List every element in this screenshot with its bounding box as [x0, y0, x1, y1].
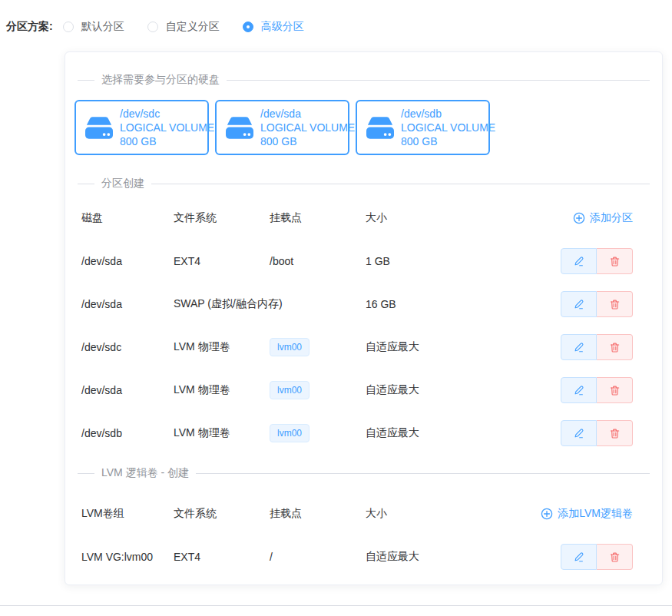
cell-size: 16 GB [366, 298, 560, 310]
edit-partition-button[interactable] [561, 291, 597, 317]
cell-filesystem: LVM 物理卷 [174, 340, 270, 354]
header-vg: LVM卷组 [81, 507, 174, 521]
radio-icon[interactable] [63, 22, 74, 32]
lvm-group-tag: lvm00 [270, 424, 310, 442]
circle-plus-icon [573, 212, 585, 224]
trash-icon [609, 256, 621, 267]
radio-advanced-partition[interactable]: 高级分区 [243, 20, 304, 34]
disk-type: LOGICAL VOLUME [120, 121, 214, 134]
disk-device: /dev/sdc [120, 107, 214, 121]
partition-scheme-label: 分区方案: [6, 20, 53, 34]
edit-partition-button[interactable] [561, 420, 597, 446]
disk-size: 800 GB [401, 134, 495, 148]
partition-row: /dev/sda EXT4 /boot 1 GB [81, 240, 633, 283]
partition-row: /dev/sda LVM 物理卷 lvm00 自适应最大 [81, 369, 633, 412]
disk-card-sdc[interactable]: /dev/sdc LOGICAL VOLUME 800 GB [74, 100, 209, 155]
edit-lvm-button[interactable] [561, 544, 597, 570]
disk-section-title: 选择需要参与分区的硬盘 [78, 72, 650, 88]
cell-size: 自适应最大 [366, 383, 560, 397]
lvm-section-title-text: LVM 逻辑卷 - 创建 [101, 466, 189, 480]
lvm-group-tag: lvm00 [270, 338, 310, 356]
disk-section-title-text: 选择需要参与分区的硬盘 [101, 73, 220, 87]
lvm-row: LVM VG:lvm00 EXT4 / 自适应最大 [81, 535, 633, 578]
cell-mountpoint: /boot [270, 255, 366, 267]
partition-row: /dev/sda SWAP (虚拟/融合内存) 16 GB [81, 283, 633, 326]
edit-pencil-icon [573, 385, 584, 396]
radio-custom-partition[interactable]: 自定义分区 [147, 20, 220, 34]
disk-type: LOGICAL VOLUME [401, 121, 495, 134]
trash-icon [609, 551, 621, 563]
hdd-icon [85, 117, 113, 139]
add-lvm-volume-label: 添加LVM逻辑卷 [558, 507, 633, 521]
edit-partition-button[interactable] [561, 377, 597, 403]
cell-disk: /dev/sda [81, 384, 174, 396]
cell-size: 自适应最大 [366, 426, 560, 440]
disk-card-sda[interactable]: /dev/sda LOGICAL VOLUME 800 GB [215, 100, 349, 155]
delete-partition-button[interactable] [597, 291, 633, 317]
add-partition-button[interactable]: 添加分区 [573, 211, 633, 225]
partition-section-title-text: 分区创建 [101, 177, 144, 190]
cell-disk: /dev/sda [81, 255, 174, 267]
delete-partition-button[interactable] [597, 420, 633, 446]
trash-icon [609, 428, 621, 439]
header-mountpoint: 挂载点 [270, 211, 366, 225]
radio-label: 默认分区 [81, 20, 124, 34]
advanced-partition-panel: 选择需要参与分区的硬盘 /dev/sdc LOGICAL VOLUME 800 … [65, 51, 663, 585]
delete-partition-button[interactable] [597, 248, 633, 274]
header-filesystem: 文件系统 [174, 507, 270, 521]
header-size: 大小 [366, 211, 560, 225]
hdd-icon [226, 117, 253, 139]
partition-row: /dev/sdc LVM 物理卷 lvm00 自适应最大 [81, 326, 633, 369]
cell-size: 自适应最大 [366, 550, 560, 564]
edit-pencil-icon [573, 342, 584, 353]
radio-default-partition[interactable]: 默认分区 [63, 20, 124, 34]
cell-filesystem: SWAP (虚拟/融合内存) [174, 297, 270, 311]
lvm-group-tag: lvm00 [270, 381, 310, 399]
edit-partition-button[interactable] [561, 334, 597, 360]
disk-size: 800 GB [260, 134, 355, 148]
radio-label: 高级分区 [261, 20, 304, 34]
lvm-table-header: LVM卷组 文件系统 挂载点 大小 添加LVM逻辑卷 [81, 492, 633, 535]
page-bottom-divider [0, 605, 672, 606]
cell-size: 自适应最大 [366, 340, 560, 354]
edit-partition-button[interactable] [561, 248, 597, 274]
trash-icon [609, 299, 621, 310]
disk-device: /dev/sda [260, 107, 355, 121]
radio-icon[interactable] [147, 22, 158, 32]
add-partition-label: 添加分区 [590, 211, 633, 225]
delete-partition-button[interactable] [597, 377, 633, 403]
header-filesystem: 文件系统 [174, 211, 270, 225]
cell-size: 1 GB [366, 255, 560, 267]
delete-lvm-button[interactable] [597, 544, 633, 570]
cell-disk: /dev/sdc [81, 341, 174, 353]
add-lvm-volume-button[interactable]: 添加LVM逻辑卷 [541, 507, 633, 521]
radio-checked-icon[interactable] [243, 22, 253, 32]
header-disk: 磁盘 [81, 211, 174, 225]
trash-icon [609, 342, 621, 353]
partition-table-header: 磁盘 文件系统 挂载点 大小 添加分区 [81, 197, 633, 240]
cell-mountpoint: / [270, 551, 366, 563]
cell-disk: /dev/sda [81, 298, 174, 310]
radio-label: 自定义分区 [166, 20, 220, 34]
edit-pencil-icon [573, 256, 584, 267]
disk-card-sdb[interactable]: /dev/sdb LOGICAL VOLUME 800 GB [356, 100, 490, 155]
cell-vg: LVM VG:lvm00 [81, 551, 174, 563]
partition-row: /dev/sdb LVM 物理卷 lvm00 自适应最大 [81, 412, 633, 455]
cell-filesystem: LVM 物理卷 [174, 383, 270, 397]
edit-pencil-icon [573, 428, 584, 439]
disk-type: LOGICAL VOLUME [260, 121, 355, 134]
header-mountpoint: 挂载点 [270, 507, 366, 521]
partition-section-title: 分区创建 [78, 176, 650, 191]
disk-device: /dev/sdb [401, 107, 495, 121]
cell-disk: /dev/sdb [81, 427, 174, 439]
edit-pencil-icon [573, 299, 584, 310]
disk-size: 800 GB [120, 134, 214, 148]
edit-pencil-icon [573, 551, 584, 563]
cell-filesystem: LVM 物理卷 [174, 426, 270, 440]
lvm-section-title: LVM 逻辑卷 - 创建 [78, 465, 650, 481]
delete-partition-button[interactable] [597, 334, 633, 360]
cell-filesystem: EXT4 [174, 551, 270, 563]
trash-icon [609, 385, 621, 396]
hdd-icon [366, 117, 394, 139]
cell-filesystem: EXT4 [174, 255, 270, 267]
